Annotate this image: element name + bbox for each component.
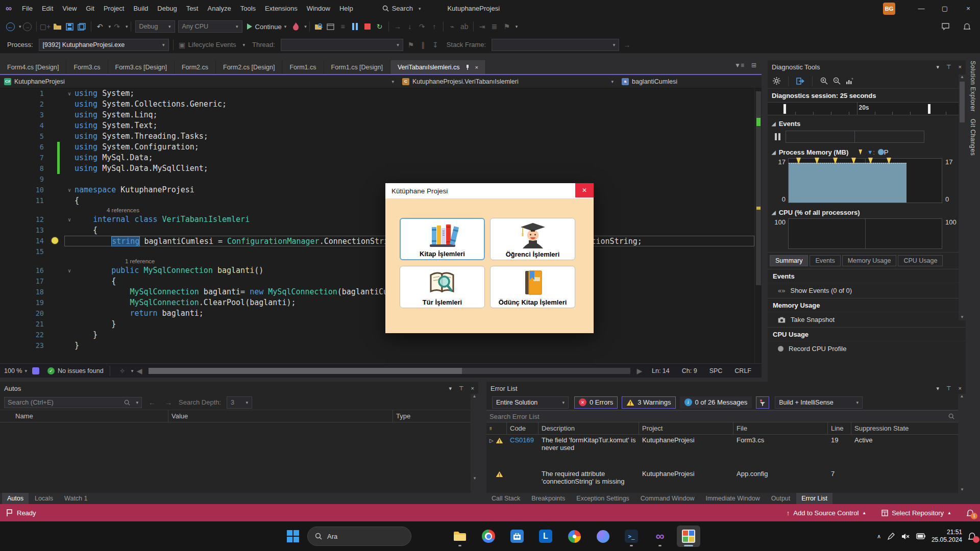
add-to-source-control-button[interactable]: ↑ Add to Source Control ▲	[787, 509, 866, 517]
hidden-icons-chevron[interactable]: ∧	[877, 533, 881, 540]
error-code-link[interactable]: CS0169	[507, 435, 538, 445]
code-line-2[interactable]: 2using System.Collections.Generic;	[0, 99, 754, 110]
code-line-18[interactable]: 18 MySqlConnection baglanti= new MySqlCo…	[0, 287, 754, 297]
dialog-title-bar[interactable]: Kütüphane Projesi ✕	[385, 183, 594, 198]
collapse-events-icon[interactable]: ◢	[772, 121, 776, 127]
tab-exception-settings[interactable]: Exception Settings	[571, 493, 634, 504]
tab-call-stack[interactable]: Call Stack	[486, 493, 525, 504]
suspend-icon[interactable]: ∥	[417, 39, 429, 51]
menu-debug[interactable]: Debug	[153, 5, 181, 12]
tab-form3-design[interactable]: Form3.cs [Design]	[108, 60, 175, 74]
export-icon[interactable]	[796, 78, 804, 85]
stack-arrow-icon[interactable]: →	[621, 39, 633, 51]
timeline-ruler[interactable]: 20s	[768, 102, 966, 115]
code-line-14[interactable]: 14 string baglantiCumlesi = Configuratio…	[0, 236, 754, 246]
notification-center-button[interactable]	[968, 532, 976, 540]
tab-watch1[interactable]: Watch 1	[59, 493, 92, 504]
back-button[interactable]: ←	[4, 20, 16, 33]
code-line-15[interactable]: 15	[0, 246, 754, 257]
show-events-link[interactable]: «» Show Events (0 of 0)	[768, 283, 966, 298]
notifications-bell-button[interactable]: 1	[967, 509, 974, 517]
intellicode-icon[interactable]: ⌁	[446, 20, 458, 33]
tab-output[interactable]: Output	[766, 493, 796, 504]
pin-icon[interactable]: ⊤	[946, 64, 951, 70]
taskbar-microsoft-store[interactable]	[505, 525, 529, 547]
flag-threads-icon[interactable]: ⚑	[405, 39, 417, 51]
code-line-6[interactable]: 6using System.Configuration;	[0, 142, 754, 153]
text-tools-icon[interactable]: ab	[458, 20, 471, 33]
line-indicator[interactable]: Ln: 14	[652, 367, 670, 374]
column-file[interactable]: File	[733, 422, 828, 434]
solution-configurations-combo[interactable]: Debug▾	[135, 20, 175, 33]
tab-error-list[interactable]: Error List	[796, 493, 832, 504]
diagnostics-scrollbar[interactable]: ▲▼	[959, 74, 966, 320]
column-line[interactable]: Line	[828, 422, 851, 434]
code-line-22[interactable]: 22 }	[0, 330, 754, 340]
window-layout-icon[interactable]	[325, 20, 337, 33]
errors-filter-button[interactable]: ✕ 0 Errors	[574, 396, 618, 409]
codelens-row[interactable]: 4 references	[0, 206, 754, 214]
tab-form3[interactable]: Form3.cs	[66, 60, 108, 74]
taskbar-terminal[interactable]: >_	[620, 525, 643, 547]
timeline-left-thumb[interactable]	[783, 104, 786, 114]
search-depth-combo[interactable]: 3▾	[227, 396, 252, 409]
tab-git-changes[interactable]: Git Changes	[969, 119, 976, 156]
breadcrumb-class[interactable]: C KutuphaneProjesi.VeriTabanıIslemleri▾	[398, 75, 618, 88]
error-row-2[interactable]: The required attribute 'connectionString…	[486, 468, 966, 487]
new-project-icon[interactable]: ▢+	[39, 20, 52, 33]
autos-search-input[interactable]: Search (Ctrl+E) ▾	[4, 397, 142, 408]
tab-autos[interactable]: Autos	[2, 493, 29, 504]
close-tab-icon[interactable]: ×	[475, 64, 478, 70]
zoom-level-combo[interactable]: 100 %	[4, 367, 22, 374]
code-line-11[interactable]: 11{	[0, 195, 754, 206]
redo-icon[interactable]: ↷	[111, 20, 123, 33]
char-indicator[interactable]: Ch: 9	[682, 367, 697, 374]
indent-icon[interactable]: ⇥	[476, 20, 488, 33]
continue-button[interactable]: Continue▾	[247, 23, 287, 31]
taskbar-photos[interactable]	[562, 525, 586, 547]
undo-icon[interactable]: ↶	[94, 20, 106, 33]
active-files-dropdown-icon[interactable]: ▼≡	[734, 62, 744, 69]
column-value[interactable]: Value	[168, 410, 393, 422]
close-icon[interactable]: ×	[959, 385, 962, 391]
save-all-icon[interactable]	[76, 20, 88, 33]
collapse-cpu-icon[interactable]: ◢	[772, 210, 776, 215]
issues-status[interactable]: No issues found	[58, 367, 104, 374]
record-cpu-link[interactable]: Record CPU Profile	[768, 341, 966, 356]
tab-breakpoints[interactable]: Breakpoints	[526, 493, 570, 504]
dialog-close-button[interactable]: ✕	[575, 183, 594, 197]
code-line-10[interactable]: 10∨namespace KutuphaneProjesi	[0, 185, 754, 195]
autos-empty-body[interactable]	[0, 422, 478, 493]
hscroll-left-icon[interactable]: ◀	[133, 365, 145, 377]
warnings-filter-button[interactable]: 3 Warnings	[622, 396, 675, 409]
autos-scrollbar[interactable]: ▲▼	[471, 394, 478, 493]
menu-window[interactable]: Window	[302, 5, 335, 12]
tab-form1[interactable]: Form1.cs	[282, 60, 324, 74]
chart-options-icon[interactable]: ?	[846, 78, 853, 85]
kitap-islemleri-button[interactable]: Kitap İşlemleri	[400, 218, 485, 260]
code-line-5[interactable]: 5using System.Threading.Tasks;	[0, 131, 754, 142]
code-editor[interactable]: 1∨using System;2using System.Collections…	[0, 88, 754, 363]
code-line-20[interactable]: 20 return baglanti;	[0, 308, 754, 319]
taskbar-copilot[interactable]	[591, 525, 615, 547]
code-line-23[interactable]: 23}	[0, 340, 754, 351]
menu-extensions[interactable]: Extensions	[260, 5, 302, 12]
break-all-button[interactable]	[349, 20, 361, 33]
error-code-link[interactable]	[507, 468, 538, 471]
lifecycle-events-button[interactable]: Lifecycle Events	[188, 41, 236, 48]
spaces-indicator[interactable]: SPC	[709, 367, 723, 374]
ogrenci-islemleri-button[interactable]: Öğrenci İşlemleri	[490, 218, 575, 260]
stack-frame-combo[interactable]: ▾	[492, 39, 619, 51]
forward-button[interactable]: →	[21, 20, 34, 33]
tab-form2[interactable]: Form2.cs	[175, 60, 216, 74]
taskbar-linkedin[interactable]: L	[534, 525, 557, 547]
column-suppression[interactable]: Suppression State	[851, 422, 966, 434]
pin-icon[interactable]: ⊤	[459, 385, 464, 392]
settings-gear-icon[interactable]	[773, 77, 780, 85]
expand-row-icon[interactable]: ▷	[486, 435, 496, 445]
tab-solution-explorer[interactable]: Solution Explorer	[969, 61, 976, 112]
step-into-icon[interactable]: ↓	[404, 20, 416, 33]
step-thread-icon[interactable]: ↧	[429, 39, 442, 51]
tab-form4-design[interactable]: Form4.cs [Design]	[0, 60, 66, 74]
code-line-21[interactable]: 21 }	[0, 319, 754, 330]
